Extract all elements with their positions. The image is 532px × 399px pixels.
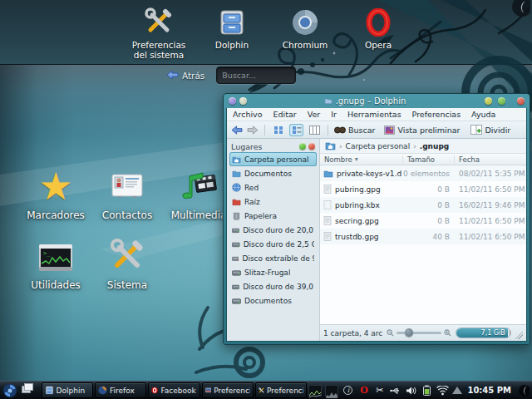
launcher-opera[interactable]: Opera	[344, 5, 412, 60]
panel-toolbox-icon[interactable]	[516, 384, 530, 397]
volume-icon[interactable]	[405, 384, 417, 397]
nav-forward-button[interactable]	[247, 126, 259, 135]
desktop-icon-bookmarks[interactable]: ★ Marcadores	[20, 166, 91, 221]
show-desktop-button[interactable]	[20, 382, 35, 398]
places-red-dot-button[interactable]	[308, 143, 315, 150]
breadcrumb-root[interactable]: Carpeta personal	[346, 142, 411, 150]
desktop-icon-contacts[interactable]: Contactos	[91, 166, 163, 221]
task-preferencias-tools[interactable]: Preferencias de	[255, 382, 307, 398]
file-row[interactable]: secring.gpg 0 B 11/02/11 6:50 PM	[320, 213, 526, 229]
zoom-slider-track[interactable]	[397, 332, 441, 334]
file-row[interactable]: pubring.gpg 0 B 11/02/11 6:50 PM	[320, 181, 526, 197]
zoom-slider[interactable]	[387, 329, 451, 337]
column-date-label: Fecha	[459, 155, 480, 164]
system-monitor-widget-2[interactable]	[325, 385, 338, 397]
column-size[interactable]: Tamaño	[403, 155, 455, 164]
zoom-slider-handle[interactable]	[405, 328, 413, 337]
window-sticky-button[interactable]	[239, 97, 247, 105]
file-row[interactable]: pubring.kbx 0 B 16/02/11 9:46 PM	[320, 197, 526, 213]
free-space-bar: 7,1 GiB libre	[456, 328, 512, 338]
hard-drive-icon	[232, 240, 240, 249]
menu-herramientas[interactable]: Herramientas	[347, 110, 401, 119]
search-input[interactable]: Buscar...	[216, 66, 296, 84]
task-facebook-opera[interactable]: Facebook - O	[148, 382, 200, 398]
menu-ir[interactable]: Ir	[331, 110, 337, 119]
search-button[interactable]: Buscar	[334, 126, 375, 135]
place-harddrive-39[interactable]: Disco duro de 39,0 GiB	[229, 279, 317, 293]
tools-task-icon	[259, 386, 264, 395]
free-space-label: libre	[510, 329, 512, 337]
task-firefox[interactable]: Firefox	[95, 382, 146, 398]
split-view-icon	[470, 125, 482, 135]
maximize-button[interactable]	[498, 97, 505, 105]
desktop-icon-system[interactable]: Sistema	[91, 236, 163, 291]
plasma-toolbox-icon[interactable]	[509, 0, 530, 20]
menu-archivo[interactable]: Archivo	[233, 110, 263, 119]
network-wifi-icon[interactable]	[436, 384, 449, 397]
menu-ver[interactable]: Ver	[308, 110, 321, 119]
breadcrumb-home-icon[interactable]	[325, 141, 336, 150]
launcher-chromium[interactable]: Chromium	[271, 5, 339, 60]
opera-tray-icon[interactable]: O	[357, 384, 370, 397]
file-row[interactable]: private-keys-v1.d 0 elementos 08/02/11 5…	[320, 165, 526, 181]
back-arrow-icon	[231, 126, 243, 135]
place-removable-drive[interactable]: Disco extraíble de 949,...	[229, 251, 317, 265]
split-button[interactable]: Dividir	[470, 125, 510, 135]
places-green-dot-button[interactable]	[299, 143, 306, 150]
zoom-out-icon[interactable]	[387, 329, 394, 337]
klipper-scissors-icon[interactable]: ✂	[373, 384, 386, 397]
system-monitor-widget-1[interactable]	[308, 385, 322, 397]
place-trash[interactable]: Papelera	[229, 209, 317, 223]
place-slitaz-frugal[interactable]: Slitaz-Frugal	[229, 265, 317, 279]
folder-icon	[323, 170, 333, 178]
clock[interactable]: 10:45 PM	[467, 386, 511, 395]
tray-expand-arrow-icon[interactable]	[452, 387, 462, 394]
status-bar: 1 carpeta, 4 archivos 7,1 GiB libre	[320, 324, 526, 341]
view-details-button[interactable]	[289, 124, 303, 136]
place-home[interactable]: Carpeta personal	[229, 152, 317, 166]
app-launcher-button[interactable]	[2, 382, 18, 398]
back-button[interactable]: Atrás	[166, 67, 204, 83]
breadcrumb-current[interactable]: .gnupg	[420, 142, 450, 150]
preview-button[interactable]: Vista preliminar	[384, 126, 460, 135]
file-row[interactable]: trustdb.gpg 40 B 11/02/11 6:50 PM	[320, 229, 526, 244]
window-folder-icon	[324, 97, 332, 105]
minimize-button[interactable]	[485, 97, 492, 105]
launcher-dolphin[interactable]: Dolphin	[198, 5, 266, 60]
column-name[interactable]: Nombre ▾	[320, 155, 403, 164]
task-label: Firefox	[110, 387, 135, 395]
place-label: Carpeta personal	[244, 155, 309, 164]
place-harddrive-2-5[interactable]: Disco duro de 2,5 GiB	[229, 237, 317, 251]
dolphin-task-icon	[45, 386, 54, 395]
desktop-icon-utilities[interactable]: >_ Utilidades	[20, 236, 91, 291]
firefox-task-icon	[98, 386, 107, 395]
menu-preferencias[interactable]: Preferencias	[412, 110, 461, 119]
menu-editar[interactable]: Editar	[273, 110, 297, 119]
device-notifier-usb-icon[interactable]	[389, 384, 401, 397]
view-columns-button[interactable]	[308, 124, 322, 136]
column-date[interactable]: Fecha	[455, 155, 526, 164]
notifications-icon[interactable]: i	[342, 384, 354, 397]
system-tools-icon	[110, 236, 145, 273]
preview-button-label: Vista preliminar	[397, 126, 460, 135]
titlebar[interactable]: .gnupg – Dolphin	[226, 94, 527, 108]
places-panel: Lugares Carpeta personal Documentos	[227, 139, 320, 341]
file-size: 40 B	[403, 233, 455, 241]
zoom-in-icon[interactable]	[444, 329, 451, 337]
window-pin-button[interactable]	[229, 97, 236, 105]
view-icons-button[interactable]	[271, 124, 285, 136]
file-view-empty-area[interactable]	[320, 244, 526, 324]
place-network[interactable]: Red	[229, 180, 317, 195]
menu-ayuda[interactable]: Ayuda	[471, 110, 495, 119]
launcher-system-preferences[interactable]: Preferencias del sistema	[125, 5, 193, 60]
close-button[interactable]	[517, 97, 525, 105]
task-preferencias-monitor[interactable]: Preferencias d	[202, 382, 254, 398]
resize-grip[interactable]	[515, 331, 523, 339]
battery-icon[interactable]	[421, 384, 433, 397]
nav-back-button[interactable]	[231, 126, 243, 135]
task-dolphin[interactable]: Dolphin	[42, 382, 93, 398]
place-root[interactable]: Raíz	[229, 195, 317, 209]
place-documents-drive[interactable]: Documentos	[229, 293, 317, 308]
place-documents[interactable]: Documentos	[229, 166, 317, 180]
place-harddrive-20[interactable]: Disco duro de 20,0 GiB	[229, 223, 317, 237]
